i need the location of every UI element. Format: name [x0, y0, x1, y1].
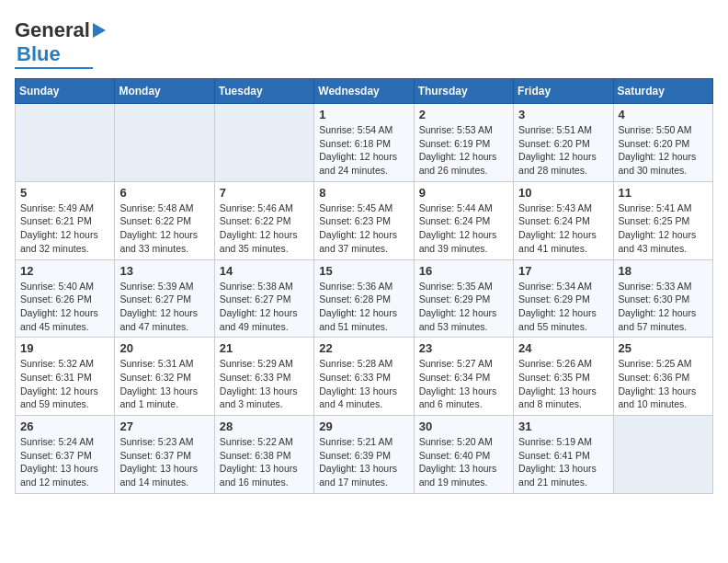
day-number: 25 [619, 341, 708, 355]
day-detail: Sunrise: 5:46 AM Sunset: 6:22 PM Dayligh… [220, 201, 309, 256]
calendar-cell: 19Sunrise: 5:32 AM Sunset: 6:31 PM Dayli… [16, 338, 115, 416]
day-detail: Sunrise: 5:32 AM Sunset: 6:31 PM Dayligh… [20, 357, 109, 411]
day-number: 9 [419, 186, 508, 200]
day-detail: Sunrise: 5:21 AM Sunset: 6:39 PM Dayligh… [319, 435, 408, 489]
day-number: 1 [319, 108, 408, 121]
day-detail: Sunrise: 5:22 AM Sunset: 6:38 PM Dayligh… [220, 435, 309, 489]
day-detail: Sunrise: 5:39 AM Sunset: 6:27 PM Dayligh… [119, 280, 209, 334]
calendar-cell: 28Sunrise: 5:22 AM Sunset: 6:38 PM Dayli… [214, 416, 313, 494]
calendar-cell: 15Sunrise: 5:36 AM Sunset: 6:28 PM Dayli… [314, 259, 414, 338]
day-detail: Sunrise: 5:45 AM Sunset: 6:23 PM Dayligh… [319, 201, 408, 256]
day-number: 16 [419, 264, 508, 278]
calendar-cell: 30Sunrise: 5:20 AM Sunset: 6:40 PM Dayli… [414, 416, 513, 494]
calendar-cell [214, 104, 313, 182]
day-detail: Sunrise: 5:19 AM Sunset: 6:41 PM Dayligh… [518, 435, 608, 489]
day-number: 30 [419, 419, 508, 433]
weekday-header-row: SundayMondayTuesdayWednesdayThursdayFrid… [16, 79, 713, 104]
weekday-header-saturday: Saturday [613, 79, 712, 104]
calendar-cell: 7Sunrise: 5:46 AM Sunset: 6:22 PM Daylig… [214, 181, 313, 259]
day-number: 20 [119, 341, 209, 355]
calendar-cell: 25Sunrise: 5:25 AM Sunset: 6:36 PM Dayli… [613, 338, 712, 416]
calendar-week-4: 19Sunrise: 5:32 AM Sunset: 6:31 PM Dayli… [16, 338, 713, 416]
calendar-cell: 23Sunrise: 5:27 AM Sunset: 6:34 PM Dayli… [414, 338, 513, 416]
day-number: 15 [319, 264, 408, 278]
day-number: 13 [119, 264, 209, 278]
day-number: 8 [319, 186, 408, 200]
day-number: 27 [119, 419, 209, 433]
day-detail: Sunrise: 5:38 AM Sunset: 6:27 PM Dayligh… [220, 280, 309, 334]
day-detail: Sunrise: 5:40 AM Sunset: 6:26 PM Dayligh… [20, 280, 109, 334]
day-detail: Sunrise: 5:23 AM Sunset: 6:37 PM Dayligh… [119, 435, 209, 489]
calendar-cell: 21Sunrise: 5:29 AM Sunset: 6:33 PM Dayli… [214, 338, 313, 416]
weekday-header-sunday: Sunday [16, 79, 115, 104]
day-number: 3 [518, 108, 608, 121]
calendar-week-1: 1Sunrise: 5:54 AM Sunset: 6:18 PM Daylig… [16, 104, 713, 182]
calendar-header: SundayMondayTuesdayWednesdayThursdayFrid… [16, 79, 713, 104]
day-detail: Sunrise: 5:29 AM Sunset: 6:33 PM Dayligh… [220, 357, 309, 411]
day-detail: Sunrise: 5:54 AM Sunset: 6:18 PM Dayligh… [319, 123, 408, 178]
calendar-body: 1Sunrise: 5:54 AM Sunset: 6:18 PM Daylig… [16, 104, 713, 494]
day-number: 31 [518, 419, 608, 433]
day-number: 26 [20, 419, 109, 433]
calendar-cell: 17Sunrise: 5:34 AM Sunset: 6:29 PM Dayli… [514, 259, 613, 338]
day-detail: Sunrise: 5:53 AM Sunset: 6:19 PM Dayligh… [419, 123, 508, 178]
calendar-cell [613, 416, 712, 494]
day-number: 11 [619, 186, 708, 200]
day-detail: Sunrise: 5:34 AM Sunset: 6:29 PM Dayligh… [518, 280, 608, 334]
day-detail: Sunrise: 5:41 AM Sunset: 6:25 PM Dayligh… [619, 201, 708, 256]
calendar-cell: 4Sunrise: 5:50 AM Sunset: 6:20 PM Daylig… [613, 104, 712, 182]
weekday-header-wednesday: Wednesday [314, 79, 414, 104]
calendar-cell: 2Sunrise: 5:53 AM Sunset: 6:19 PM Daylig… [414, 104, 513, 182]
day-detail: Sunrise: 5:25 AM Sunset: 6:36 PM Dayligh… [619, 357, 708, 411]
calendar-cell: 3Sunrise: 5:51 AM Sunset: 6:20 PM Daylig… [514, 104, 613, 182]
day-detail: Sunrise: 5:43 AM Sunset: 6:24 PM Dayligh… [518, 201, 608, 256]
day-detail: Sunrise: 5:24 AM Sunset: 6:37 PM Dayligh… [20, 435, 109, 489]
calendar-cell: 9Sunrise: 5:44 AM Sunset: 6:24 PM Daylig… [414, 181, 513, 259]
day-number: 21 [220, 341, 309, 355]
day-number: 4 [619, 108, 708, 121]
calendar-cell: 12Sunrise: 5:40 AM Sunset: 6:26 PM Dayli… [16, 259, 115, 338]
day-detail: Sunrise: 5:20 AM Sunset: 6:40 PM Dayligh… [419, 435, 508, 489]
day-detail: Sunrise: 5:50 AM Sunset: 6:20 PM Dayligh… [619, 123, 708, 178]
calendar-week-2: 5Sunrise: 5:49 AM Sunset: 6:21 PM Daylig… [16, 181, 713, 259]
calendar-cell: 29Sunrise: 5:21 AM Sunset: 6:39 PM Dayli… [314, 416, 414, 494]
day-detail: Sunrise: 5:27 AM Sunset: 6:34 PM Dayligh… [419, 357, 508, 411]
logo-underline [15, 67, 93, 69]
calendar-cell: 18Sunrise: 5:33 AM Sunset: 6:30 PM Dayli… [613, 259, 712, 338]
calendar-cell [16, 104, 115, 182]
calendar-cell: 8Sunrise: 5:45 AM Sunset: 6:23 PM Daylig… [314, 181, 414, 259]
calendar-cell: 6Sunrise: 5:48 AM Sunset: 6:22 PM Daylig… [115, 181, 214, 259]
header: General Blue [15, 15, 713, 69]
day-number: 10 [518, 186, 608, 200]
calendar-cell: 31Sunrise: 5:19 AM Sunset: 6:41 PM Dayli… [514, 416, 613, 494]
day-detail: Sunrise: 5:51 AM Sunset: 6:20 PM Dayligh… [518, 123, 608, 178]
weekday-header-friday: Friday [514, 79, 613, 104]
calendar-cell: 5Sunrise: 5:49 AM Sunset: 6:21 PM Daylig… [16, 181, 115, 259]
day-number: 12 [20, 264, 109, 278]
day-number: 6 [119, 186, 209, 200]
weekday-header-thursday: Thursday [414, 79, 513, 104]
day-number: 24 [518, 341, 608, 355]
day-detail: Sunrise: 5:28 AM Sunset: 6:33 PM Dayligh… [319, 357, 408, 411]
day-number: 17 [518, 264, 608, 278]
day-number: 2 [419, 108, 508, 121]
logo: General Blue [15, 15, 106, 69]
day-number: 7 [220, 186, 309, 200]
logo-arrow-icon [93, 23, 106, 38]
day-detail: Sunrise: 5:48 AM Sunset: 6:22 PM Dayligh… [119, 201, 209, 256]
calendar-cell [115, 104, 214, 182]
calendar-week-5: 26Sunrise: 5:24 AM Sunset: 6:37 PM Dayli… [16, 416, 713, 494]
day-number: 5 [20, 186, 109, 200]
day-number: 23 [419, 341, 508, 355]
calendar-cell: 20Sunrise: 5:31 AM Sunset: 6:32 PM Dayli… [115, 338, 214, 416]
day-detail: Sunrise: 5:44 AM Sunset: 6:24 PM Dayligh… [419, 201, 508, 256]
calendar-cell: 24Sunrise: 5:26 AM Sunset: 6:35 PM Dayli… [514, 338, 613, 416]
calendar: SundayMondayTuesdayWednesdayThursdayFrid… [15, 78, 713, 494]
day-detail: Sunrise: 5:33 AM Sunset: 6:30 PM Dayligh… [619, 280, 708, 334]
day-number: 29 [319, 419, 408, 433]
day-number: 19 [20, 341, 109, 355]
calendar-cell: 1Sunrise: 5:54 AM Sunset: 6:18 PM Daylig… [314, 104, 414, 182]
calendar-cell: 13Sunrise: 5:39 AM Sunset: 6:27 PM Dayli… [115, 259, 214, 338]
day-number: 28 [220, 419, 309, 433]
day-number: 14 [220, 264, 309, 278]
